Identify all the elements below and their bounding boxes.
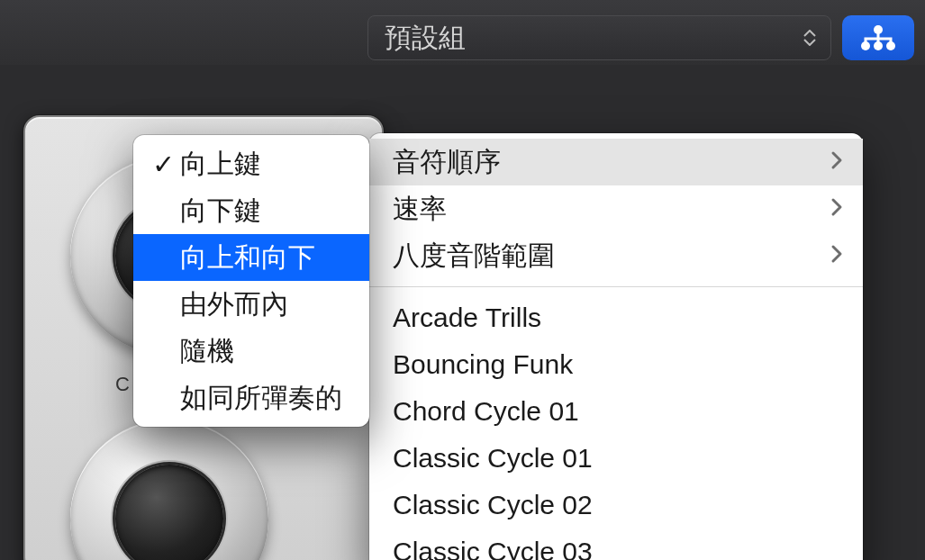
menu-item-label: 音符順序 (393, 144, 501, 181)
menu-separator (369, 286, 863, 287)
preset-menu-item[interactable]: Classic Cycle 02 (369, 482, 863, 528)
chevron-right-icon (830, 147, 843, 177)
menu-item-label: 向上鍵 (180, 146, 261, 183)
preset-menu-submenu-item[interactable]: 八度音階範圍 (369, 232, 863, 279)
note-order-option[interactable]: 向下鍵 (133, 187, 369, 234)
menu-item-label: 速率 (393, 191, 447, 228)
note-order-option[interactable]: ✓向上鍵 (133, 140, 369, 187)
preset-menu-item[interactable]: Chord Cycle 01 (369, 388, 863, 435)
menu-item-label: 隨機 (180, 333, 234, 370)
preset-menu-item[interactable]: Arcade Trills (369, 294, 863, 341)
plugin-panel: CHORUS 音符順序速率八度音階範圍Arcade TrillsBouncing… (0, 65, 925, 560)
menu-item-label: Classic Cycle 01 (393, 443, 593, 474)
stepper-icon (803, 30, 816, 46)
menu-item-label: 如同所彈奏的 (180, 380, 342, 417)
menu-item-label: Classic Cycle 02 (393, 490, 593, 520)
note-order-option[interactable]: 如同所彈奏的 (133, 375, 369, 421)
note-order-option[interactable]: 由外而內 (133, 281, 369, 328)
preset-menu-submenu-item[interactable]: 音符順序 (369, 139, 863, 185)
checkmark-icon: ✓ (146, 149, 180, 180)
preset-select[interactable]: 預設組 (367, 15, 831, 60)
menu-item-label: 由外而內 (180, 286, 288, 323)
preset-menu-item[interactable]: Classic Cycle 03 (369, 528, 863, 560)
chevron-right-icon (830, 194, 843, 224)
svg-point-1 (861, 41, 870, 50)
preset-menu-item[interactable]: Bouncing Funk (369, 341, 863, 388)
menu-item-label: 八度音階範圍 (393, 238, 555, 275)
menu-item-label: 向上和向下 (180, 239, 315, 276)
menu-item-label: Arcade Trills (393, 303, 541, 333)
preset-menu-submenu-item[interactable]: 速率 (369, 185, 863, 232)
hierarchy-icon (858, 24, 898, 51)
svg-point-2 (874, 41, 883, 50)
toolbar: 預設組 (0, 0, 925, 65)
menu-item-label: Classic Cycle 03 (393, 537, 593, 560)
menu-item-label: 向下鍵 (180, 193, 261, 230)
note-order-option[interactable]: 隨機 (133, 328, 369, 375)
preset-menu-item[interactable]: Classic Cycle 01 (369, 435, 863, 482)
menu-item-label: Bouncing Funk (393, 349, 573, 380)
knob-2[interactable] (70, 420, 268, 560)
preset-select-label: 預設組 (385, 20, 466, 57)
note-order-submenu: ✓向上鍵向下鍵向上和向下由外而內隨機如同所彈奏的 (133, 135, 369, 427)
knob-cap (115, 465, 223, 560)
toolbar-left-spacer (0, 0, 357, 65)
note-order-option[interactable]: 向上和向下 (133, 234, 369, 281)
svg-point-3 (886, 41, 895, 50)
chevron-right-icon (830, 240, 843, 271)
svg-point-0 (874, 25, 883, 34)
settings-button[interactable] (842, 15, 914, 60)
preset-menu: 音符順序速率八度音階範圍Arcade TrillsBouncing FunkCh… (369, 133, 863, 560)
menu-item-label: Chord Cycle 01 (393, 396, 579, 427)
